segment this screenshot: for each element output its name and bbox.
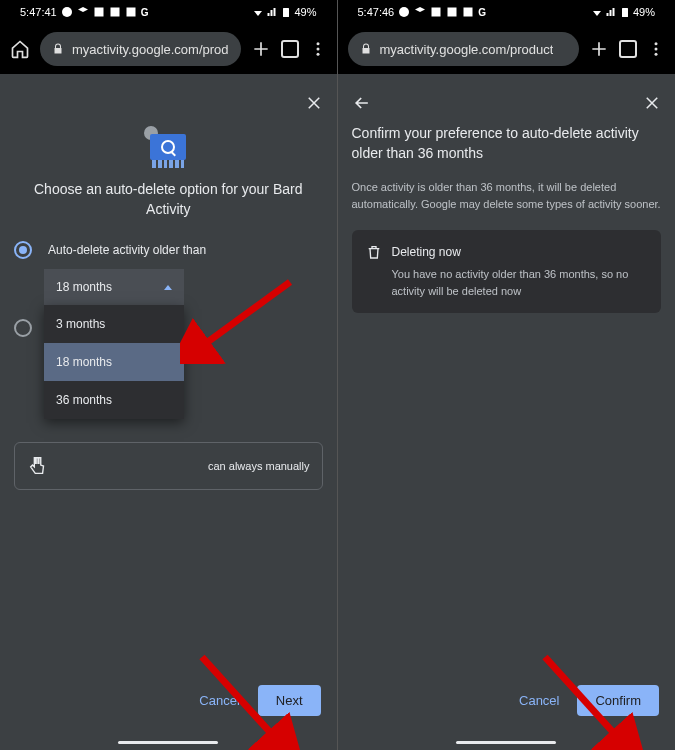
svg-rect-14	[448, 8, 457, 17]
dialog-title: Confirm your preference to auto-delete a…	[352, 124, 662, 163]
svg-point-18	[655, 48, 658, 51]
svg-rect-15	[464, 8, 473, 17]
radio-option-autodelete[interactable]: Auto-delete activity older than	[14, 241, 323, 259]
close-icon[interactable]	[643, 94, 661, 112]
dialog-title: Choose an auto-delete option for your Ba…	[14, 180, 323, 219]
cancel-button[interactable]: Cancel	[199, 693, 239, 708]
back-icon[interactable]	[352, 93, 372, 113]
status-time: 5:47:46	[358, 6, 395, 18]
tabs-icon[interactable]	[281, 40, 299, 58]
browser-bar: myactivity.google.com/product	[338, 24, 676, 74]
menu-icon[interactable]	[647, 40, 665, 58]
wifi-icon	[591, 6, 603, 18]
dialog-footer: Cancel Confirm	[519, 685, 659, 716]
card-title: Deleting now	[392, 245, 461, 259]
pointer-icon	[27, 455, 49, 477]
dropdown-option-36m[interactable]: 36 months	[44, 381, 184, 419]
chat-icon	[414, 6, 426, 18]
svg-rect-3	[126, 8, 135, 17]
battery-icon	[280, 6, 292, 18]
hint-text: can always manually	[208, 460, 310, 472]
lock-icon	[52, 43, 64, 55]
new-tab-icon[interactable]	[589, 39, 609, 59]
whatsapp-icon	[61, 6, 73, 18]
confirm-button[interactable]: Confirm	[577, 685, 659, 716]
chevron-up-icon	[164, 285, 172, 290]
tabs-icon[interactable]	[619, 40, 637, 58]
battery-icon	[619, 6, 631, 18]
menu-icon[interactable]	[309, 40, 327, 58]
svg-point-19	[655, 53, 658, 56]
cancel-button[interactable]: Cancel	[519, 693, 559, 708]
url-text: myactivity.google.com/product	[380, 42, 554, 57]
browser-bar: myactivity.google.com/product	[0, 24, 337, 74]
close-icon[interactable]	[305, 94, 323, 112]
svg-rect-16	[622, 8, 628, 17]
hero-illustration	[14, 126, 323, 170]
linkedin-icon	[430, 6, 442, 18]
url-bar[interactable]: myactivity.google.com/product	[40, 32, 241, 66]
app2-icon	[125, 6, 137, 18]
dialog-content: Confirm your preference to auto-delete a…	[338, 74, 676, 750]
svg-rect-1	[94, 8, 103, 17]
screen-right: 5:47:46 G 49% myactivity.google.com/prod…	[338, 0, 676, 750]
dropdown-option-3m[interactable]: 3 months	[44, 305, 184, 343]
dropdown-option-18m[interactable]: 18 months	[44, 343, 184, 381]
url-bar[interactable]: myactivity.google.com/product	[348, 32, 580, 66]
svg-point-12	[399, 7, 409, 17]
svg-point-6	[316, 48, 319, 51]
wifi-icon	[252, 6, 264, 18]
dialog-content: Choose an auto-delete option for your Ba…	[0, 74, 337, 750]
battery-text: 49%	[294, 6, 316, 18]
screen-left: 5:47:41 G 49% myactivity.google.com/prod…	[0, 0, 338, 750]
signal-icon	[605, 6, 617, 18]
google-icon: G	[478, 7, 486, 18]
svg-point-17	[655, 42, 658, 45]
svg-point-0	[62, 7, 72, 17]
app-icon	[446, 6, 458, 18]
radio-unchecked-icon	[14, 319, 32, 337]
chat-icon	[77, 6, 89, 18]
linkedin-icon	[93, 6, 105, 18]
url-text: myactivity.google.com/product	[72, 42, 229, 57]
svg-point-7	[316, 53, 319, 56]
status-time: 5:47:41	[20, 6, 57, 18]
status-bar: 5:47:41 G 49%	[0, 0, 337, 24]
hint-card: can always manually	[14, 442, 323, 490]
dialog-footer: Cancel Next	[199, 685, 320, 716]
signal-icon	[266, 6, 278, 18]
dialog-subtext: Once activity is older than 36 months, i…	[352, 179, 662, 212]
app2-icon	[462, 6, 474, 18]
new-tab-icon[interactable]	[251, 39, 271, 59]
nav-handle[interactable]	[456, 741, 556, 744]
google-icon: G	[141, 7, 149, 18]
radio-checked-icon	[14, 241, 32, 259]
app-icon	[109, 6, 121, 18]
lock-icon	[360, 43, 372, 55]
dropdown-selected-value: 18 months	[56, 280, 112, 294]
duration-dropdown[interactable]: 18 months 3 months 18 months 36 months	[44, 269, 323, 305]
radio-label: Auto-delete activity older than	[48, 243, 206, 257]
nav-handle[interactable]	[118, 741, 218, 744]
deleting-now-card: Deleting now You have no activity older …	[352, 230, 662, 313]
svg-rect-2	[110, 8, 119, 17]
whatsapp-icon	[398, 6, 410, 18]
dropdown-menu: 3 months 18 months 36 months	[44, 305, 184, 419]
svg-rect-13	[432, 8, 441, 17]
status-bar: 5:47:46 G 49%	[338, 0, 676, 24]
trash-icon	[366, 244, 382, 260]
home-icon[interactable]	[10, 39, 30, 59]
next-button[interactable]: Next	[258, 685, 321, 716]
battery-text: 49%	[633, 6, 655, 18]
svg-rect-4	[283, 8, 289, 17]
card-body: You have no activity older than 36 month…	[392, 266, 648, 299]
svg-point-5	[316, 42, 319, 45]
